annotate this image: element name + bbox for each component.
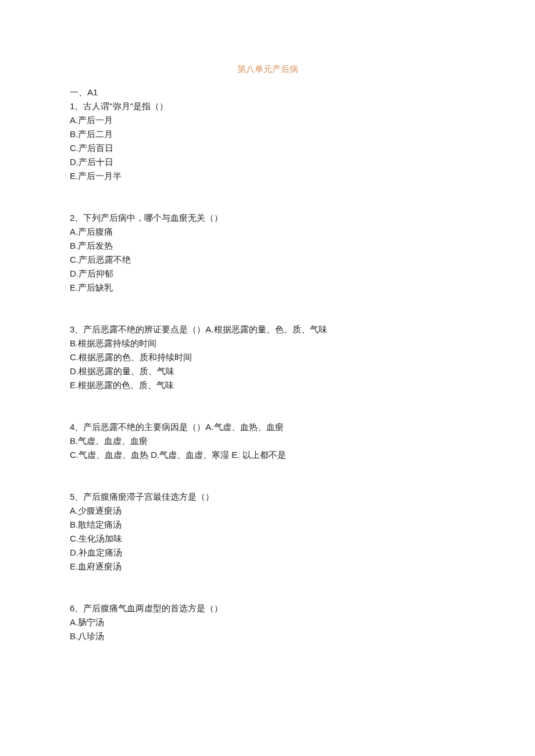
question-option: B.八珍汤 (70, 629, 465, 643)
question-option: E.根据恶露的色、质、气味 (70, 378, 465, 392)
question-option: C.产后百日 (70, 141, 465, 155)
question-option: D.补血定痛汤 (70, 546, 465, 560)
document-title: 第八单元产后病 (70, 64, 465, 75)
question-option: B.散结定痛汤 (70, 518, 465, 532)
question-stem: 6、产后腹痛气血两虚型的首选方是（） (70, 601, 465, 615)
question-option: B.产后二月 (70, 127, 465, 141)
question-option: A.产后一月 (70, 113, 465, 127)
question-option: D.产后十日 (70, 155, 465, 169)
question-option: B.根据恶露持续的时间 (70, 336, 465, 350)
question-block-4: 4、产后恶露不绝的主要病因是（）A.气虚、血热、血瘀 B.气虚、血虚、血瘀 C.… (70, 420, 465, 462)
question-option: C.生化汤加味 (70, 532, 465, 546)
section-header: 一、A1 (70, 85, 465, 99)
question-stem: 2、下列产后病中，哪个与血瘀无关（） (70, 211, 465, 225)
question-option: B.产后发热 (70, 239, 465, 253)
document-page: 第八单元产后病 一、A1 1、古人谓"弥月"是指（） A.产后一月 B.产后二月… (0, 0, 535, 690)
question-option: E.产后一月半 (70, 169, 465, 183)
question-option: A.少腹逐瘀汤 (70, 504, 465, 518)
question-stem: 3、产后恶露不绝的辨证要点是（）A.根据恶露的量、色、质、气味 (70, 323, 465, 336)
question-stem: 4、产后恶露不绝的主要病因是（）A.气虚、血热、血瘀 (70, 420, 465, 434)
question-option: A.肠宁汤 (70, 615, 465, 629)
question-block-1: 一、A1 1、古人谓"弥月"是指（） A.产后一月 B.产后二月 C.产后百日 … (70, 85, 465, 183)
question-option: D.产后抑郁 (70, 267, 465, 281)
question-block-5: 5、产后腹痛瘀滞子宫最佳选方是（） A.少腹逐瘀汤 B.散结定痛汤 C.生化汤加… (70, 490, 465, 574)
question-option: A.产后腹痛 (70, 225, 465, 239)
question-option: C.气虚、血虚、血热 D.气虚、血虚、寒湿 E. 以上都不是 (70, 448, 465, 462)
question-block-6: 6、产后腹痛气血两虚型的首选方是（） A.肠宁汤 B.八珍汤 (70, 601, 465, 643)
question-option: E.产后缺乳 (70, 281, 465, 295)
question-option: E.血府逐瘀汤 (70, 560, 465, 574)
question-stem: 1、古人谓"弥月"是指（） (70, 99, 465, 113)
question-option: B.气虚、血虚、血瘀 (70, 434, 465, 448)
question-option: D.根据恶露的量、质、气味 (70, 364, 465, 378)
question-block-2: 2、下列产后病中，哪个与血瘀无关（） A.产后腹痛 B.产后发热 C.产后恶露不… (70, 211, 465, 295)
question-option: C.根据恶露的色、质和持续时间 (70, 350, 465, 364)
question-option: C.产后恶露不绝 (70, 253, 465, 267)
question-block-3: 3、产后恶露不绝的辨证要点是（）A.根据恶露的量、色、质、气味 B.根据恶露持续… (70, 323, 465, 392)
question-stem: 5、产后腹痛瘀滞子宫最佳选方是（） (70, 490, 465, 504)
